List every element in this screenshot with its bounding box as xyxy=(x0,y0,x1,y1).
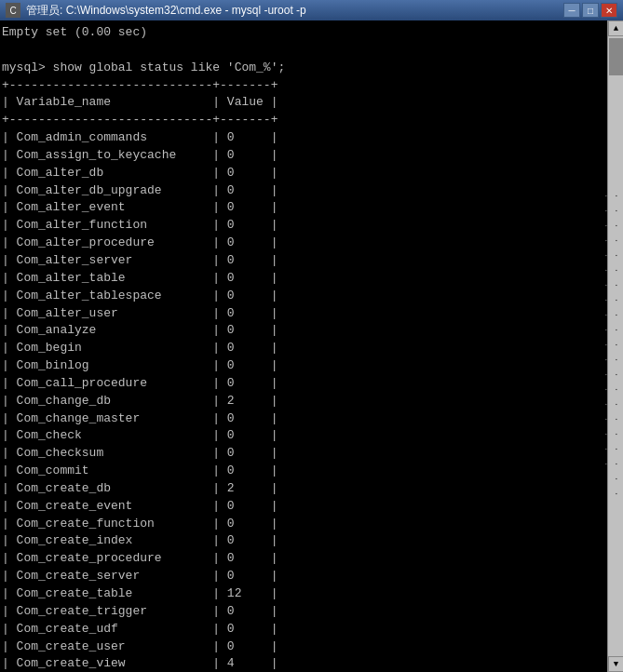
scroll-down-arrow[interactable]: ▼ xyxy=(608,656,623,672)
minimize-button[interactable]: ─ xyxy=(563,3,580,18)
title-bar: C 管理员: C:\Windows\system32\cmd.exe - mys… xyxy=(0,0,623,20)
terminal-window[interactable]: Empty set (0.00 sec) mysql> show global … xyxy=(0,20,623,672)
scrollbar-thumb[interactable] xyxy=(609,38,623,75)
terminal-content: Empty set (0.00 sec) mysql> show global … xyxy=(2,24,621,672)
scroll-up-arrow[interactable]: ▲ xyxy=(608,20,623,36)
close-button[interactable]: ✕ xyxy=(601,3,617,18)
scrollbar-track-dots: · · · · · · · · · · · · · · · · · · · · … xyxy=(601,194,621,504)
scrollbar[interactable]: ▲ · · · · · · · · · · · · · · · · · · · … xyxy=(607,20,623,672)
title-text: 管理员: C:\Windows\system32\cmd.exe - mysql… xyxy=(26,3,563,19)
app-icon: C xyxy=(6,3,20,18)
maximize-button[interactable]: □ xyxy=(582,3,599,18)
title-buttons: ─ □ ✕ xyxy=(563,3,617,18)
